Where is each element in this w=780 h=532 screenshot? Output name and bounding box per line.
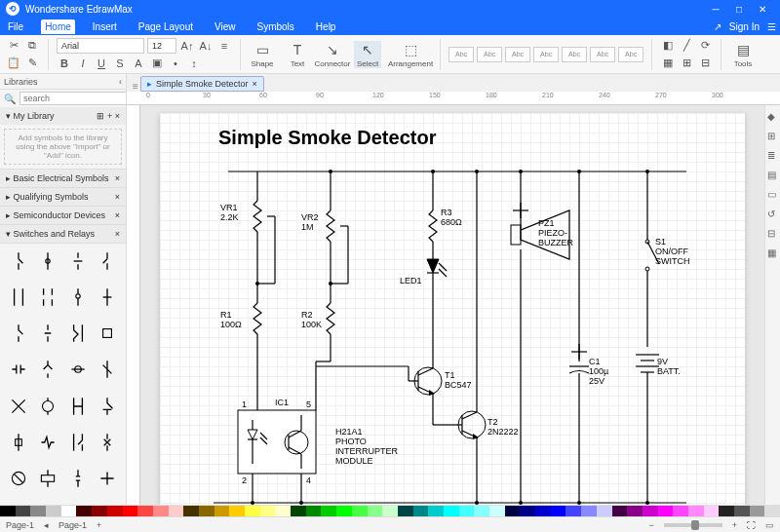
symbol-item[interactable] [65, 431, 91, 454]
style-preset[interactable]: Abc [618, 47, 644, 62]
acc-qualifying[interactable]: ▸ Qualifying Symbols× [0, 188, 126, 206]
acc-basic[interactable]: ▸ Basic Electrical Symbols× [0, 170, 126, 187]
fill-icon[interactable]: ◧ [660, 38, 676, 54]
symbol-item[interactable] [6, 431, 31, 454]
cut-icon[interactable]: ✂ [6, 38, 21, 54]
color-swatch[interactable] [704, 506, 720, 516]
color-swatch[interactable] [581, 506, 597, 516]
style-preset[interactable]: Abc [590, 47, 615, 62]
symbol-item[interactable] [35, 285, 60, 309]
libraries-close-icon[interactable]: ‹ [119, 77, 122, 87]
symbol-item[interactable] [6, 395, 31, 418]
symbol-item[interactable] [65, 322, 91, 345]
font-select[interactable]: Arial [57, 38, 144, 54]
bullet-icon[interactable]: • [168, 56, 183, 71]
color-swatch[interactable] [46, 506, 61, 516]
symbol-item[interactable] [65, 467, 91, 490]
color-swatch[interactable] [61, 506, 77, 516]
style-preset[interactable]: Abc [533, 47, 559, 62]
symbol-item[interactable] [35, 249, 60, 273]
symbol-item[interactable] [95, 395, 120, 418]
close-button[interactable]: ✕ [751, 4, 774, 15]
strikethrough-icon[interactable]: S [112, 56, 128, 71]
color-swatch[interactable] [597, 506, 612, 516]
page-indicator[interactable]: Page-1 [6, 520, 34, 530]
color-swatch[interactable] [0, 506, 16, 516]
rotate-icon[interactable]: ⟳ [697, 38, 713, 54]
color-swatch[interactable] [92, 506, 107, 516]
style-preset[interactable]: Abc [477, 47, 502, 62]
symbol-item[interactable] [95, 467, 120, 490]
color-swatch[interactable] [107, 506, 123, 516]
symbol-item[interactable] [6, 249, 31, 273]
symbol-item[interactable] [6, 322, 31, 345]
symbol-item[interactable] [35, 431, 60, 454]
color-swatch[interactable] [627, 506, 643, 516]
panel-theme-icon[interactable]: ◆ [767, 111, 779, 123]
color-swatch[interactable] [123, 506, 138, 516]
minimize-button[interactable]: ─ [704, 4, 727, 15]
symbol-item[interactable] [65, 395, 91, 418]
font-decrease-icon[interactable]: A↓ [198, 38, 214, 54]
panel-data-icon[interactable]: ▦ [767, 247, 779, 259]
color-swatch[interactable] [505, 506, 521, 516]
maximize-button[interactable]: □ [727, 4, 751, 15]
style-preset[interactable]: Abc [562, 47, 587, 62]
color-swatch[interactable] [520, 506, 535, 516]
symbol-item[interactable] [65, 285, 91, 309]
color-swatch[interactable] [719, 506, 734, 516]
highlight-icon[interactable]: ▣ [149, 56, 165, 71]
search-input[interactable] [20, 92, 127, 105]
acc-switches[interactable]: ▾ Switches and Relays× [0, 225, 126, 243]
color-swatch[interactable] [459, 506, 475, 516]
zoom-in-icon[interactable]: + [732, 520, 737, 530]
color-swatch[interactable] [352, 506, 368, 516]
line-icon[interactable]: ╱ [679, 38, 694, 54]
connector-tool[interactable]: ↘Connector [319, 41, 346, 68]
bold-icon[interactable]: B [57, 56, 72, 71]
signin-link[interactable]: Sign In [729, 21, 760, 32]
color-swatch[interactable] [428, 506, 444, 516]
select-tool[interactable]: ↖Select [354, 41, 381, 68]
copy-icon[interactable]: ⧉ [24, 38, 40, 54]
color-swatch[interactable] [474, 506, 489, 516]
text-tool[interactable]: TText [284, 41, 311, 68]
color-swatch[interactable] [658, 506, 674, 516]
symbol-item[interactable] [65, 358, 91, 381]
symbol-item[interactable] [95, 322, 120, 345]
symbol-item[interactable] [35, 322, 60, 345]
color-swatch[interactable] [673, 506, 688, 516]
color-swatch[interactable] [16, 506, 31, 516]
tools-button[interactable]: ▤Tools [729, 41, 757, 68]
color-swatch[interactable] [643, 506, 658, 516]
menu-symbols[interactable]: Symbols [254, 19, 298, 34]
page-nav-prev-icon[interactable]: ◂ [44, 520, 49, 530]
drawing-page[interactable]: Simple Smoke Detector VR12.2K [160, 113, 745, 505]
document-tab[interactable]: ▸ Simple Smoke Detector × [140, 76, 264, 92]
fit-page-icon[interactable]: ⛶ [747, 520, 756, 530]
symbol-item[interactable] [95, 285, 120, 309]
color-swatch[interactable] [734, 506, 750, 516]
symbol-item[interactable] [6, 358, 31, 381]
color-swatch[interactable] [291, 506, 306, 516]
shadow-icon[interactable]: ▦ [660, 56, 676, 71]
color-swatch[interactable] [535, 506, 551, 516]
color-swatch[interactable] [260, 506, 276, 516]
color-swatch[interactable] [153, 506, 169, 516]
fontsize-select[interactable]: 12 [147, 38, 176, 54]
symbol-item[interactable] [65, 249, 91, 273]
color-swatch[interactable] [368, 506, 383, 516]
add-page-icon[interactable]: + [97, 520, 101, 530]
color-swatch[interactable] [199, 506, 214, 516]
color-swatch[interactable] [489, 506, 505, 516]
menu-file[interactable]: File [4, 19, 27, 34]
symbol-item[interactable] [95, 249, 120, 273]
fontcolor-icon[interactable]: A [131, 56, 146, 71]
color-swatch[interactable] [566, 506, 581, 516]
menu-view[interactable]: View [211, 19, 240, 34]
user-icon[interactable]: ☰ [767, 21, 776, 32]
panel-format-icon[interactable]: ⊞ [767, 131, 779, 142]
zoom-slider[interactable] [664, 523, 722, 527]
font-increase-icon[interactable]: A↑ [179, 38, 195, 54]
symbol-item[interactable] [6, 467, 31, 490]
